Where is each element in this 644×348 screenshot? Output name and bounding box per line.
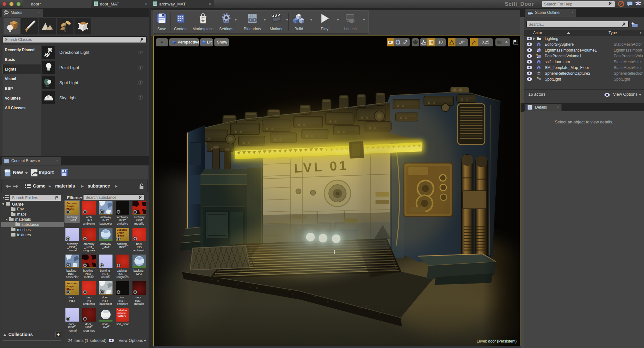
svg-text:+: + [537, 56, 538, 59]
svg-text:+: + [631, 21, 634, 26]
svg-text:+: + [537, 50, 538, 53]
